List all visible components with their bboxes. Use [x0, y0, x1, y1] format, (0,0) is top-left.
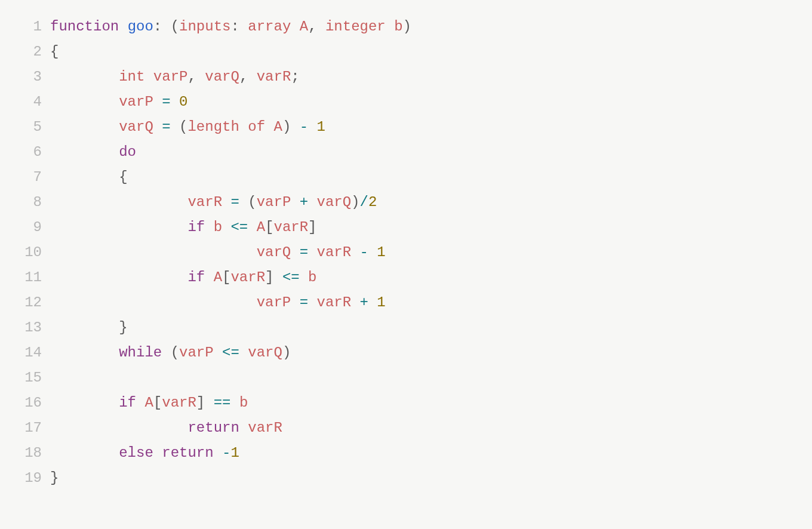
code-token — [291, 244, 299, 260]
code-token: = — [300, 294, 308, 310]
line-content: while (varP <= varQ) — [50, 340, 291, 365]
code-token: ] — [308, 219, 316, 235]
code-token — [273, 269, 282, 285]
code-token: int — [119, 69, 144, 85]
code-token: ] — [265, 269, 273, 285]
code-token — [239, 19, 248, 35]
code-token — [308, 294, 316, 310]
code-token: [ — [222, 269, 230, 285]
code-token — [291, 19, 299, 35]
line-number: 8 — [0, 190, 50, 215]
code-token: 1 — [230, 445, 239, 461]
code-token: inputs — [179, 19, 230, 35]
code-token: = — [300, 244, 308, 260]
line-content: if b <= A[varR] — [50, 215, 317, 240]
code-token — [291, 294, 299, 310]
code-token — [205, 395, 213, 411]
code-token — [153, 119, 162, 135]
code-token: of — [248, 119, 265, 135]
line-number: 14 — [0, 340, 50, 365]
code-token: - — [222, 445, 230, 461]
code-token: <= — [230, 219, 248, 235]
code-line: 7 { — [0, 165, 812, 190]
line-number: 6 — [0, 140, 50, 165]
code-token: ( — [171, 345, 179, 361]
code-token — [351, 294, 359, 310]
code-token: b — [239, 395, 248, 411]
code-token — [50, 169, 119, 185]
code-token: return — [187, 420, 239, 436]
line-content: do — [50, 140, 136, 165]
code-line: 5 varQ = (length of A) - 1 — [0, 115, 812, 140]
code-token: 1 — [377, 244, 385, 260]
code-token — [196, 69, 205, 85]
code-line: 14 while (varP <= varQ) — [0, 340, 812, 365]
code-token: + — [300, 194, 308, 210]
code-token — [50, 395, 119, 411]
code-token — [50, 345, 119, 361]
code-token: if — [119, 395, 136, 411]
code-line: 13 } — [0, 315, 812, 340]
code-token — [368, 294, 377, 310]
code-token: varR — [248, 420, 282, 436]
code-token: = — [230, 194, 239, 210]
line-number: 3 — [0, 64, 50, 90]
code-token — [300, 269, 308, 285]
line-content: return varR — [50, 416, 282, 441]
code-token — [50, 194, 187, 210]
code-token — [50, 294, 257, 310]
code-token: varQ — [257, 244, 291, 260]
line-content: else return -1 — [50, 441, 239, 466]
code-token: 2 — [368, 194, 377, 210]
code-token: A — [144, 395, 153, 411]
line-number: 4 — [0, 90, 50, 115]
code-token: } — [50, 470, 59, 486]
code-token — [50, 144, 119, 160]
code-token — [50, 269, 187, 285]
code-token — [308, 119, 316, 135]
code-token: varQ — [317, 194, 352, 210]
line-number: 18 — [0, 441, 50, 466]
code-token: <= — [282, 269, 300, 285]
code-token: b — [308, 269, 316, 285]
code-token — [119, 19, 127, 35]
code-token: varP — [257, 194, 291, 210]
code-token: , — [308, 19, 316, 35]
code-token: ( — [248, 194, 256, 210]
code-line: 6 do — [0, 140, 812, 165]
code-line: 10 varQ = varR - 1 — [0, 240, 812, 265]
code-token — [239, 194, 248, 210]
code-token: if — [187, 269, 205, 285]
code-token: = — [162, 94, 170, 110]
code-token — [136, 395, 144, 411]
line-number: 9 — [0, 215, 50, 240]
line-content: varP = 0 — [50, 90, 187, 115]
code-token: if — [187, 219, 205, 235]
code-token: 0 — [179, 94, 187, 110]
code-token — [144, 69, 153, 85]
code-token — [308, 194, 316, 210]
code-token: [ — [265, 219, 273, 235]
code-token — [162, 19, 170, 35]
code-line: 2{ — [0, 39, 812, 64]
code-token: varR — [162, 395, 196, 411]
code-token: array — [248, 19, 291, 35]
code-token — [230, 395, 239, 411]
code-token: ) — [403, 19, 411, 35]
code-token: ( — [179, 119, 187, 135]
code-token — [317, 19, 325, 35]
code-line: 3 int varP, varQ, varR; — [0, 64, 812, 90]
line-number: 13 — [0, 315, 50, 340]
code-token: + — [360, 294, 368, 310]
code-token — [214, 445, 222, 461]
code-token: b — [214, 219, 222, 235]
code-line: 12 varP = varR + 1 — [0, 290, 812, 315]
code-token — [162, 345, 170, 361]
code-token: 1 — [377, 294, 385, 310]
code-token — [239, 119, 248, 135]
code-token: return — [162, 445, 213, 461]
code-token: varQ — [119, 119, 153, 135]
code-token — [171, 119, 179, 135]
line-content: { — [50, 165, 128, 190]
code-token: varP — [119, 94, 153, 110]
